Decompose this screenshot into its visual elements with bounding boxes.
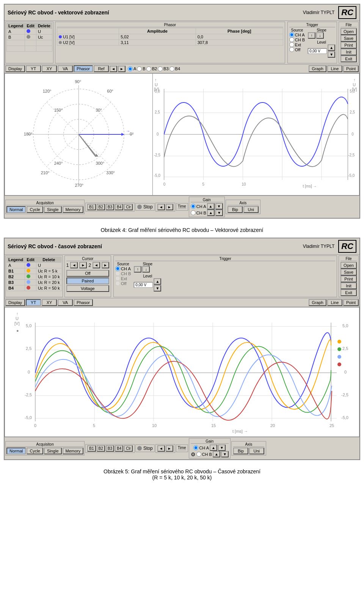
display-btn-2[interactable]: Display	[5, 299, 25, 306]
b3-btn-1[interactable]: B3	[106, 204, 114, 210]
b4-btn-2[interactable]: B4	[115, 445, 123, 452]
cha-down-2[interactable]: ▼	[218, 444, 226, 451]
point-btn-2[interactable]: Point	[343, 299, 359, 306]
phasor-btn-1[interactable]: Phasor	[74, 65, 93, 72]
slope-up-btn[interactable]: ↑	[308, 32, 315, 39]
bip-btn-2[interactable]: Bip	[233, 448, 248, 454]
single-btn-1[interactable]: Single	[44, 206, 62, 213]
level-up[interactable]: ▲	[328, 44, 335, 51]
level-down-2[interactable]: ▼	[154, 285, 161, 292]
b3-btn-2[interactable]: B3	[106, 445, 114, 452]
single-btn-2[interactable]: Single	[44, 448, 62, 454]
clr-btn-1[interactable]: Clr	[124, 204, 133, 210]
off-radio[interactable]: Off	[289, 47, 305, 52]
print-btn-2[interactable]: Print	[340, 276, 357, 282]
nav-left-2[interactable]: ◄	[157, 445, 165, 452]
radio-b4-1[interactable]: B4	[169, 66, 180, 71]
chb-gain-radio-1[interactable]: CH B	[191, 210, 206, 215]
b1-btn-1[interactable]: B1	[87, 204, 96, 210]
xy-btn-2[interactable]: XY	[42, 299, 57, 306]
chb-up-2[interactable]: ▲	[213, 451, 220, 457]
delete-hdr-2[interactable]: Delete	[36, 257, 61, 263]
slope-down-btn[interactable]: ↓	[316, 32, 324, 39]
slope-down-2[interactable]: ↓	[142, 266, 150, 273]
phasor-btn-2[interactable]: Phasor	[74, 299, 93, 306]
line-btn-1[interactable]: Line	[327, 65, 342, 72]
cycle-btn-2[interactable]: Cycle	[27, 448, 43, 454]
va-btn-1[interactable]: VA	[58, 65, 73, 72]
yt-btn-2[interactable]: YT	[26, 299, 41, 306]
cha-gain-radio-1[interactable]: CH A	[191, 204, 206, 209]
graph-btn-2[interactable]: Graph	[309, 299, 326, 306]
normal-btn-1[interactable]: Normal	[6, 206, 26, 213]
slope-up-2[interactable]: ↑	[134, 266, 141, 273]
cha-up-1[interactable]: ▲	[207, 203, 215, 210]
uni-btn-1[interactable]: Uni	[243, 206, 259, 213]
memory-btn-1[interactable]: Memory	[63, 206, 84, 213]
cha-radio[interactable]: CH A	[289, 32, 305, 37]
open-btn-1[interactable]: Open	[340, 28, 357, 35]
c2-right[interactable]: ►	[102, 262, 109, 268]
c2-left[interactable]: ◄	[93, 262, 100, 268]
cursor-voltage-btn[interactable]: Voltage	[66, 285, 109, 292]
c1-right[interactable]: ►	[79, 262, 87, 268]
graph-btn-1[interactable]: Graph	[309, 65, 326, 72]
memory-btn-2[interactable]: Memory	[63, 448, 84, 454]
ext-radio[interactable]: Ext	[289, 42, 305, 47]
chb-gain-radio-2[interactable]: CH B	[196, 452, 212, 457]
cursor-paired-btn[interactable]: Paired	[66, 277, 109, 284]
chb-up-1[interactable]: ▲	[207, 210, 215, 216]
b2-btn-2[interactable]: B2	[97, 445, 105, 452]
ref-right-btn[interactable]: ►	[118, 66, 126, 72]
ref-btn-1[interactable]: Ref	[94, 65, 109, 72]
xy-btn-1[interactable]: XY	[42, 65, 57, 72]
cha-radio-2[interactable]: CH A	[115, 266, 131, 271]
point-btn-1[interactable]: Point	[343, 65, 359, 72]
open-btn-2[interactable]: Open	[340, 262, 357, 269]
cha-gain-radio-2[interactable]: CH A	[193, 445, 209, 450]
nav-right-1[interactable]: ►	[166, 204, 173, 210]
clr-btn-2[interactable]: Clr	[124, 445, 133, 452]
off-radio-2[interactable]: Off	[115, 281, 131, 286]
b2-btn-1[interactable]: B2	[97, 204, 105, 210]
normal-btn-2[interactable]: Normal	[6, 448, 26, 454]
cha-down-1[interactable]: ▼	[215, 203, 223, 210]
edit-header[interactable]: Edit	[25, 23, 36, 29]
b1-btn-2[interactable]: B1	[87, 445, 96, 452]
ref-left-btn[interactable]: ◄	[110, 66, 117, 72]
radio-a-1[interactable]: A	[128, 66, 136, 71]
level-input[interactable]	[308, 48, 327, 54]
save-btn-1[interactable]: Save	[340, 35, 357, 42]
chb-radio[interactable]: CH B	[289, 37, 305, 42]
exit-btn-2[interactable]: Exit	[340, 289, 357, 296]
save-btn-2[interactable]: Save	[340, 269, 357, 276]
nav-right-2[interactable]: ►	[166, 445, 173, 452]
uni-btn-2[interactable]: Uni	[249, 448, 264, 454]
display-btn-1[interactable]: Display	[5, 65, 25, 72]
init-btn-2[interactable]: Init	[340, 282, 357, 289]
b4-btn-1[interactable]: B4	[115, 204, 123, 210]
nav-left-1[interactable]: ◄	[157, 204, 165, 210]
chb-radio-2[interactable]: CH B	[115, 271, 131, 276]
yt-btn-1[interactable]: YT	[26, 65, 41, 72]
radio-b3-1[interactable]: B3	[158, 66, 168, 71]
level-input-2[interactable]	[134, 282, 153, 288]
edit-hdr-2[interactable]: Edit	[25, 257, 36, 263]
radio-b2-1[interactable]: B2	[146, 66, 157, 71]
cha-up-2[interactable]: ▲	[210, 444, 217, 451]
chb-down-1[interactable]: ▼	[215, 210, 223, 216]
delete-header[interactable]: Delete	[36, 23, 52, 29]
c1-left[interactable]: ◄	[70, 262, 78, 268]
init-btn-1[interactable]: Init	[340, 49, 357, 55]
chb-down-2[interactable]: ▼	[221, 451, 229, 457]
va-btn-2[interactable]: VA	[58, 299, 73, 306]
line-btn-2[interactable]: Line	[327, 299, 342, 306]
cursor-off-btn[interactable]: Off	[66, 270, 109, 277]
print-btn-1[interactable]: Print	[340, 42, 357, 49]
level-up-2[interactable]: ▲	[154, 278, 161, 285]
ext-radio-2[interactable]: Ext	[115, 276, 131, 281]
bip-btn-1[interactable]: Bip	[228, 206, 243, 213]
cycle-btn-1[interactable]: Cycle	[27, 206, 43, 213]
level-down[interactable]: ▼	[328, 51, 335, 58]
exit-btn-1[interactable]: Exit	[340, 55, 357, 62]
